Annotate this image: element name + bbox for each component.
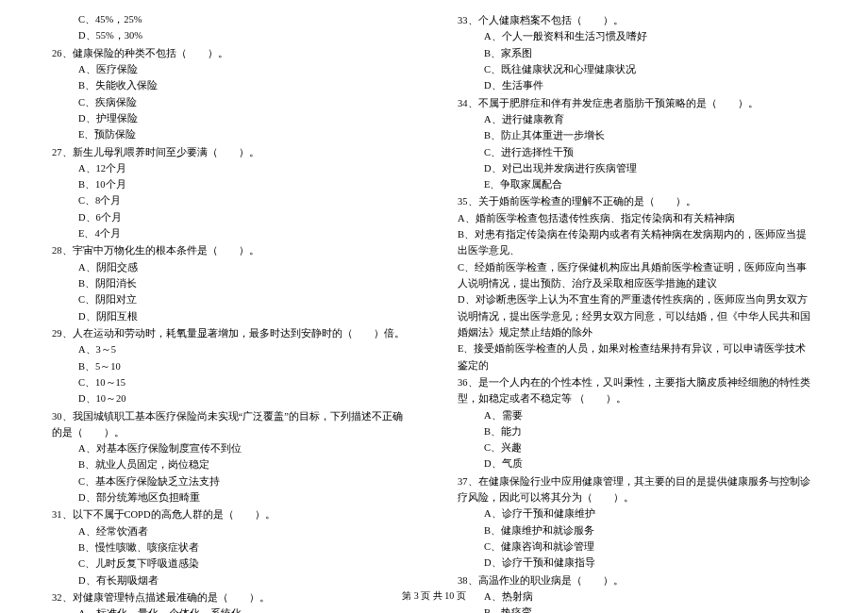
option: B、防止其体重进一步增长 xyxy=(458,127,816,143)
question-title: 35、关于婚前医学检查的理解不正确的是（ ）。 xyxy=(458,193,816,209)
option: D、生活事件 xyxy=(458,77,816,93)
option: C、兴趣 xyxy=(458,439,816,456)
question-title: 27、新生儿母乳喂养时间至少要满（ ）。 xyxy=(52,144,410,160)
option: C、疾病保险 xyxy=(52,94,410,110)
option: B、对患有指定传染病在传染期内或者有关精神病在发病期内的，医师应当提出医学意见、 xyxy=(458,226,816,259)
option: C、基本医疗保险缺乏立法支持 xyxy=(52,473,410,489)
question-title: 37、在健康保险行业中应用健康管理，其主要的目的是提供健康服务与控制诊疗风险，因… xyxy=(458,473,816,506)
question-title: 34、不属于肥胖症和伴有并发症患者脂肪干预策略的是（ ）。 xyxy=(458,95,816,111)
option: B、就业人员固定，岗位稳定 xyxy=(52,456,410,472)
option: A、个人一般资料和生活习惯及嗜好 xyxy=(458,28,816,44)
question-title: 38、高温作业的职业病是（ ）。 xyxy=(458,572,816,588)
option: B、健康维护和就诊服务 xyxy=(458,522,816,538)
question-title: 31、以下不属于COPD的高危人群的是（ ）。 xyxy=(52,506,410,522)
option: C、10～15 xyxy=(52,374,410,390)
option: A、进行健康教育 xyxy=(458,111,816,127)
option: A、对基本医疗保险制度宣传不到位 xyxy=(52,440,410,456)
option: A、需要 xyxy=(458,407,816,423)
option: E、接受婚前医学检查的人员，如果对检查结果持有异议，可以申请医学技术鉴定的 xyxy=(458,340,816,373)
option: C、经婚前医学检查，医疗保健机构应出具婚前医学检查证明，医师应向当事人说明情况，… xyxy=(458,259,816,292)
option: D、气质 xyxy=(458,456,816,472)
option: B、能力 xyxy=(458,423,816,439)
question-title: 36、是一个人内在的个性本性，又叫秉性，主要指大脑皮质神经细胞的特性类型，如稳定… xyxy=(458,374,816,407)
option: D、6个月 xyxy=(52,209,410,225)
option: A、经常饮酒者 xyxy=(52,523,410,539)
option: C、既往健康状况和心理健康状况 xyxy=(458,61,816,77)
option: C、进行选择性干预 xyxy=(458,144,816,160)
option: A、医疗保险 xyxy=(52,61,410,77)
page-footer: 第 3 页 共 10 页 xyxy=(0,588,868,605)
option: D、55%，30% xyxy=(52,27,410,43)
question-title: 33、个人健康档案不包括（ ）。 xyxy=(458,12,816,28)
question-title: 30、我国城镇职工基本医疗保险尚未实现“广泛覆盖”的目标，下列描述不正确的是（ … xyxy=(52,408,410,441)
option: C、阴阳对立 xyxy=(52,291,410,307)
option: B、阴阳消长 xyxy=(52,275,410,291)
option: D、对诊断患医学上认为不宜生育的严重遗传性疾病的，医师应当向男女双方说明情况，提… xyxy=(458,291,816,340)
question-title: 28、宇宙中万物化生的根本条件是（ ）。 xyxy=(52,242,410,258)
option: C、健康咨询和就诊管理 xyxy=(458,538,816,555)
question-title: 29、人在运动和劳动时，耗氧量显著增加，最多时达到安静时的（ ）倍。 xyxy=(52,325,410,341)
option: A、阴阳交感 xyxy=(52,259,410,275)
option: B、5～10 xyxy=(52,358,410,374)
option: E、预防保险 xyxy=(52,126,410,142)
option: C、8个月 xyxy=(52,192,410,208)
option: D、诊疗干预和健康指导 xyxy=(458,555,816,571)
right-column: 33、个人健康档案不包括（ ）。A、个人一般资料和生活习惯及嗜好B、家系图C、既… xyxy=(458,11,816,613)
option: B、10个月 xyxy=(52,176,410,192)
option: D、对已出现并发病进行疾病管理 xyxy=(458,160,816,176)
option: A、3～5 xyxy=(52,341,410,357)
option: D、部分统筹地区负担畸重 xyxy=(52,489,410,505)
option: E、4个月 xyxy=(52,225,410,241)
option: A、诊疗干预和健康维护 xyxy=(458,505,816,522)
option: B、家系图 xyxy=(458,45,816,61)
option: D、阴阳互根 xyxy=(52,308,410,324)
option: B、失能收入保险 xyxy=(52,77,410,93)
option: B、热痉挛 xyxy=(458,605,816,613)
option: A、12个月 xyxy=(52,160,410,176)
option: A、婚前医学检查包括遗传性疾病、指定传染病和有关精神病 xyxy=(458,210,816,226)
question-title: 26、健康保险的种类不包括（ ）。 xyxy=(52,45,410,61)
option: D、10～20 xyxy=(52,390,410,406)
option: C、45%，25% xyxy=(52,11,410,27)
option: D、有长期吸烟者 xyxy=(52,572,410,588)
option: B、慢性咳嗽、咳痰症状者 xyxy=(52,539,410,555)
option: E、争取家属配合 xyxy=(458,176,816,192)
option: A、标准化、量化、个体化、系统化 xyxy=(52,605,410,613)
left-column: C、45%，25%D、55%，30%26、健康保险的种类不包括（ ）。A、医疗保… xyxy=(52,11,410,613)
option: D、护理保险 xyxy=(52,110,410,126)
option: C、儿时反复下呼吸道感染 xyxy=(52,555,410,572)
